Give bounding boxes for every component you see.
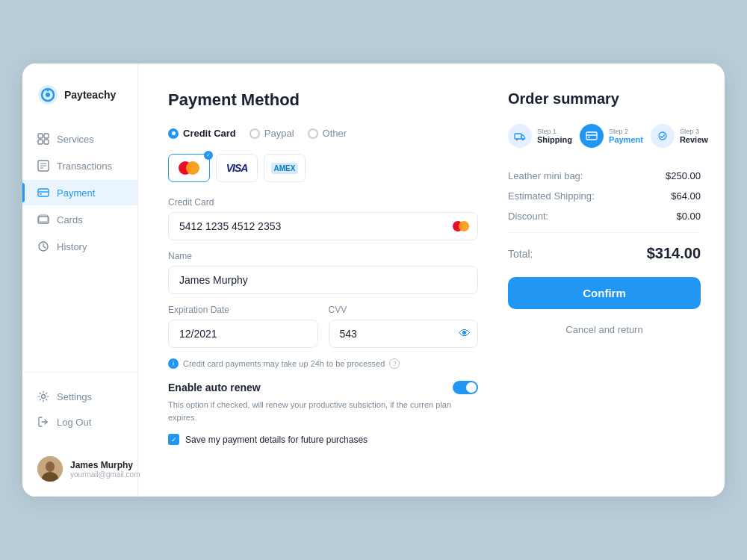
user-info: James Murphy yourmail@gmail.com bbox=[70, 460, 140, 479]
order-line-shipping: Estimated Shipping: $64.00 bbox=[508, 186, 701, 206]
sidebar-item-settings[interactable]: Settings bbox=[37, 385, 123, 408]
sidebar-logo: Payteachy bbox=[22, 84, 137, 126]
sidebar-item-transactions[interactable]: Transactions bbox=[22, 153, 137, 178]
auto-renew-desc: This option if checked, will renew your … bbox=[168, 399, 478, 423]
card-number-wrap bbox=[168, 212, 478, 240]
radio-paypal bbox=[249, 128, 260, 139]
steps-row: Step 1 Shipping Step 2 Payment bbox=[508, 124, 701, 148]
step-info-payment: Step 2 Payment bbox=[609, 128, 643, 144]
card-number-input[interactable] bbox=[168, 212, 478, 240]
user-name: James Murphy bbox=[70, 460, 140, 470]
svg-rect-27 bbox=[588, 137, 590, 138]
svg-point-23 bbox=[516, 139, 518, 140]
mastercard-icon bbox=[179, 161, 199, 175]
card-logo-mastercard[interactable] bbox=[168, 154, 210, 182]
transactions-icon bbox=[37, 160, 49, 172]
sidebar-item-label: Payment bbox=[57, 187, 95, 199]
sidebar-item-label: Transactions bbox=[57, 161, 112, 172]
cvv-input[interactable] bbox=[329, 320, 479, 348]
help-icon[interactable]: ? bbox=[389, 358, 400, 369]
visa-icon: VISA bbox=[226, 162, 248, 174]
svg-rect-13 bbox=[40, 193, 42, 195]
selected-check bbox=[204, 151, 213, 160]
expiry-cvv-row: Expiration Date CVV 👁 bbox=[168, 305, 478, 348]
payment-option-other[interactable]: Other bbox=[308, 128, 361, 139]
payment-option-credit[interactable]: Credit Card bbox=[168, 128, 249, 139]
step-circle-review bbox=[651, 124, 675, 148]
card-logo-visa[interactable]: VISA bbox=[216, 154, 258, 182]
card-number-icon bbox=[453, 221, 469, 231]
order-divider bbox=[508, 232, 701, 233]
radio-other bbox=[308, 128, 318, 139]
sidebar-item-label: Services bbox=[57, 134, 94, 145]
payment-option-paypal[interactable]: Paypal bbox=[249, 128, 308, 139]
main-content: Payment Method Credit Card Paypal Other bbox=[138, 63, 508, 497]
step-info-review: Step 3 Review bbox=[680, 128, 708, 144]
step-payment: Step 2 Payment bbox=[580, 124, 643, 148]
order-line-bag: Leather mini bag: $250.00 bbox=[508, 166, 701, 186]
settings-icon bbox=[37, 391, 49, 402]
avatar bbox=[37, 456, 63, 482]
card-logo-amex[interactable]: AMEX bbox=[264, 154, 306, 182]
sidebar-item-label: History bbox=[57, 241, 87, 252]
payment-options: Credit Card Paypal Other bbox=[168, 128, 478, 139]
svg-rect-14 bbox=[38, 217, 49, 223]
card-section-label: Credit Card bbox=[168, 197, 478, 208]
order-title: Order summary bbox=[508, 90, 701, 108]
logo-text: Payteachy bbox=[64, 89, 116, 101]
sidebar-item-payment[interactable]: Payment bbox=[22, 180, 137, 205]
services-icon bbox=[37, 133, 49, 145]
sidebar-nav: Services Transactions bbox=[22, 126, 137, 372]
logout-icon bbox=[37, 416, 49, 428]
info-row: i Credit card payments may take up 24h t… bbox=[168, 358, 478, 369]
confirm-button[interactable]: Confirm bbox=[508, 277, 701, 309]
order-summary: Order summary Step 1 Shipping bbox=[508, 63, 725, 497]
svg-point-20 bbox=[46, 461, 55, 472]
eye-icon[interactable]: 👁 bbox=[459, 327, 471, 340]
svg-point-17 bbox=[42, 395, 46, 399]
svg-rect-4 bbox=[44, 134, 49, 138]
svg-point-2 bbox=[46, 93, 50, 97]
radio-credit bbox=[168, 128, 179, 139]
sidebar-item-history[interactable]: History bbox=[22, 234, 137, 259]
sidebar: Payteachy Services bbox=[22, 63, 138, 497]
save-payment-row[interactable]: Save my payment details for future purch… bbox=[168, 434, 478, 445]
card-logos: VISA AMEX bbox=[168, 154, 478, 182]
svg-point-28 bbox=[659, 132, 666, 140]
expiry-label: Expiration Date bbox=[168, 305, 318, 315]
auto-renew-toggle[interactable] bbox=[453, 381, 478, 394]
svg-rect-22 bbox=[515, 134, 521, 139]
order-total: Total: $314.00 bbox=[508, 239, 701, 277]
info-text: Credit card payments may take up 24h to … bbox=[183, 359, 385, 368]
history-icon bbox=[37, 240, 49, 252]
amex-icon: AMEX bbox=[271, 163, 299, 174]
sidebar-bottom: Settings Log Out bbox=[22, 372, 137, 446]
sidebar-item-logout[interactable]: Log Out bbox=[37, 410, 123, 434]
auto-renew-label: Enable auto renew bbox=[168, 382, 261, 393]
step-shipping: Step 1 Shipping bbox=[508, 124, 572, 148]
save-payment-checkbox[interactable] bbox=[168, 434, 179, 445]
auto-renew-row: Enable auto renew bbox=[168, 381, 478, 394]
cards-icon bbox=[37, 214, 49, 225]
cvv-wrap: 👁 bbox=[329, 320, 479, 348]
cvv-label: CVV bbox=[329, 305, 479, 315]
step-info-shipping: Step 1 Shipping bbox=[537, 128, 572, 144]
svg-rect-3 bbox=[38, 134, 43, 138]
info-icon: i bbox=[168, 358, 179, 369]
user-email: yourmail@gmail.com bbox=[70, 470, 140, 479]
logo-icon bbox=[37, 84, 58, 105]
sidebar-item-label: Cards bbox=[57, 214, 83, 225]
order-line-discount: Discount: $0.00 bbox=[508, 206, 701, 226]
name-input[interactable] bbox=[168, 266, 478, 294]
svg-rect-5 bbox=[38, 140, 43, 144]
save-payment-label: Save my payment details for future purch… bbox=[185, 435, 368, 445]
page-title: Payment Method bbox=[168, 90, 478, 110]
sidebar-bottom-label: Settings bbox=[57, 391, 92, 402]
payment-icon bbox=[37, 187, 49, 199]
svg-rect-25 bbox=[586, 132, 597, 140]
expiry-input[interactable] bbox=[168, 320, 318, 348]
sidebar-item-cards[interactable]: Cards bbox=[22, 207, 137, 232]
sidebar-item-services[interactable]: Services bbox=[22, 126, 137, 152]
cancel-button[interactable]: Cancel and return bbox=[508, 317, 701, 343]
step-circle-shipping bbox=[508, 124, 532, 148]
